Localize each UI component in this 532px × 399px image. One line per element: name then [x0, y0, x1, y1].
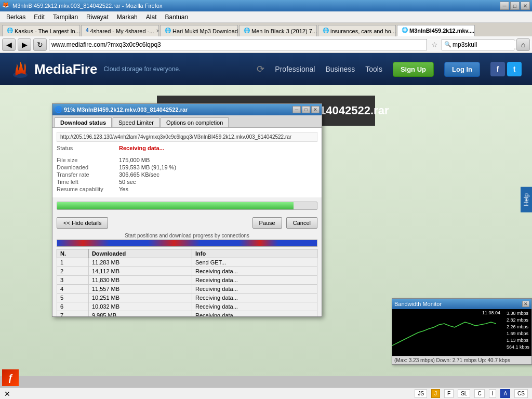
- cell-downloaded: 10,032 MB: [88, 302, 192, 311]
- cancel-button[interactable]: Cancel: [286, 217, 317, 229]
- facebook-button[interactable]: f: [490, 62, 505, 76]
- status-cs[interactable]: CS: [514, 389, 528, 398]
- menu-bantuan[interactable]: Bantuan: [161, 12, 192, 22]
- tab-close-4shared[interactable]: ✕: [156, 28, 159, 34]
- bw-title-text: Bandwidth Monitor: [394, 301, 442, 307]
- tab-4shared[interactable]: 4 4shared - My 4shared -... ✕: [81, 25, 159, 36]
- nav-tools[interactable]: Tools: [365, 65, 382, 73]
- table-row: 311,830 MBReceiving data...: [57, 276, 317, 285]
- menu-alat[interactable]: Alat: [142, 12, 161, 22]
- dialog-close[interactable]: ✕: [311, 106, 320, 113]
- maximize-button[interactable]: □: [510, 2, 520, 10]
- hide-details-button[interactable]: << Hide details: [57, 217, 108, 229]
- filesize-row: File size 175,000 MB: [57, 157, 317, 163]
- table-row: 510,251 MBReceiving data...: [57, 294, 317, 302]
- progress-bar-outer: [57, 202, 317, 210]
- pause-button[interactable]: Pause: [252, 217, 282, 229]
- status-sl[interactable]: SL: [458, 389, 470, 398]
- dialog-title: 91% M3nInBI459.2k12.mkv.003_814042522.ra…: [64, 107, 292, 113]
- tab-mediafire[interactable]: 🌐 M3nInBI459.2k12.mkv.... ✕: [397, 25, 475, 36]
- tab-insurance[interactable]: 🌐 insurances, cars and ho... ✕: [318, 25, 396, 36]
- login-button[interactable]: Log In: [444, 62, 480, 77]
- tab-kaskus[interactable]: 🌐 Kaskus - The Largest In... ✕: [2, 25, 80, 36]
- forward-button[interactable]: ▶: [18, 38, 31, 51]
- help-tab[interactable]: Help: [521, 187, 532, 212]
- status-a[interactable]: A: [500, 389, 510, 398]
- search-box: 🔍: [442, 39, 514, 50]
- mediafire-logo-icon: [10, 59, 30, 79]
- cell-downloaded: 9,985 MB: [88, 311, 192, 317]
- menu-markah[interactable]: Markah: [113, 12, 142, 22]
- close-window-button[interactable]: ✕: [521, 2, 530, 10]
- dialog-content: http://205.196.123.130/w4nh2lam74vg/mxq3…: [52, 128, 322, 197]
- action-buttons-right: Pause Cancel: [252, 217, 317, 229]
- nav-professional[interactable]: Professional: [275, 65, 315, 73]
- bw-label-2: 2.82 mbps: [507, 317, 529, 324]
- cell-info: Receiving data...: [192, 267, 317, 276]
- tab-download-status[interactable]: Download status: [55, 117, 112, 127]
- cell-n: 7: [57, 311, 89, 317]
- signup-button[interactable]: Sign Up: [393, 62, 434, 77]
- minimize-button[interactable]: ─: [500, 2, 509, 10]
- menu-tampilan[interactable]: Tampilan: [49, 12, 82, 22]
- cell-downloaded: 11,557 MB: [88, 285, 192, 294]
- tab-harimukti[interactable]: 🌐 Hari Mukti Mp3 Download ✕: [160, 25, 238, 36]
- nav-business[interactable]: Business: [325, 65, 355, 73]
- download-url: http://205.196.123.130/w4nh2lam74vg/mxq3…: [57, 132, 317, 142]
- table-container: N. Downloaded Info 111,283 MBSend GET...…: [52, 249, 322, 316]
- menu-berkas[interactable]: Berkas: [2, 12, 30, 22]
- bookmark-star[interactable]: ☆: [429, 39, 440, 50]
- window-title: M3nInBI459.2k12.mkv.003_814042522.rar - …: [12, 3, 500, 9]
- status-icon-x[interactable]: ✕: [4, 390, 10, 398]
- cell-info: Receiving data...: [192, 276, 317, 285]
- social-buttons: f t: [490, 62, 522, 76]
- dialog-maximize[interactable]: □: [302, 106, 310, 113]
- cell-n: 5: [57, 294, 89, 302]
- tab-options-completion[interactable]: Options on completion: [161, 117, 229, 127]
- bw-label-5: 1.13 mbps: [507, 337, 529, 344]
- mediafire-nav: ⟳ Professional Business Tools Sign Up Lo…: [257, 62, 522, 77]
- tab-speed-limiter[interactable]: Speed Limiter: [113, 117, 159, 127]
- col-header-n: N.: [57, 249, 89, 258]
- status-value: Receiving data...: [119, 145, 164, 151]
- dialog-tab-bar: Download status Speed Limiter Options on…: [52, 115, 322, 128]
- status-js[interactable]: JS: [415, 389, 427, 398]
- refresh-button[interactable]: ↻: [33, 38, 47, 51]
- tab-mib3[interactable]: 🌐 Men In Black 3 (2012) 7... ✕: [239, 25, 317, 36]
- transfer-row: Transfer rate 306,665 KB/sec: [57, 171, 317, 178]
- page-area: M3nInBI459.2k12.mkv.003_814042522.rar 🌀 …: [0, 85, 532, 376]
- progress-bar-inner: [57, 202, 294, 209]
- bandwidth-monitor: Bandwidth Monitor ✕ 11:08:04 3.38 mbps 2…: [392, 298, 532, 365]
- status-f[interactable]: F: [444, 389, 454, 398]
- browser-icon: 🦊: [2, 2, 10, 10]
- status-i[interactable]: I: [489, 389, 497, 398]
- connections-label: Start positions and download progress by…: [52, 232, 322, 240]
- menu-edit[interactable]: Edit: [30, 12, 49, 22]
- resume-value: Yes: [119, 186, 128, 192]
- tab-icon-mib3: 🌐: [244, 28, 250, 35]
- cell-n: 2: [57, 267, 89, 276]
- flash-icon[interactable]: ƒ: [2, 369, 19, 386]
- cell-downloaded: 14,112 MB: [88, 267, 192, 276]
- title-bar: 🦊 M3nInBI459.2k12.mkv.003_814042522.rar …: [0, 0, 532, 11]
- tab-icon-kaskus: 🌐: [7, 28, 13, 35]
- dialog-minimize[interactable]: ─: [292, 106, 301, 113]
- cell-info: Receiving data...: [192, 294, 317, 302]
- home-button[interactable]: ⌂: [516, 38, 530, 51]
- back-button[interactable]: ◀: [2, 38, 16, 51]
- bw-close-button[interactable]: ✕: [522, 301, 529, 307]
- menu-riwayat[interactable]: Riwayat: [82, 12, 113, 22]
- cell-downloaded: 10,251 MB: [88, 294, 192, 302]
- menu-bar: Berkas Edit Tampilan Riwayat Markah Alat…: [0, 11, 532, 23]
- status-c[interactable]: C: [474, 389, 484, 398]
- dialog-icon: 🌀: [55, 106, 62, 113]
- resume-label: Resume capability: [57, 186, 119, 192]
- status-label: Status: [57, 145, 119, 151]
- cell-n: 6: [57, 302, 89, 311]
- table-scroll[interactable]: N. Downloaded Info 111,283 MBSend GET...…: [52, 249, 322, 316]
- table-row: 214,112 MBReceiving data...: [57, 267, 317, 276]
- filesize-value: 175,000 MB: [119, 157, 150, 163]
- twitter-button[interactable]: t: [507, 62, 522, 76]
- status-j[interactable]: J: [431, 389, 440, 398]
- address-input[interactable]: [49, 39, 427, 50]
